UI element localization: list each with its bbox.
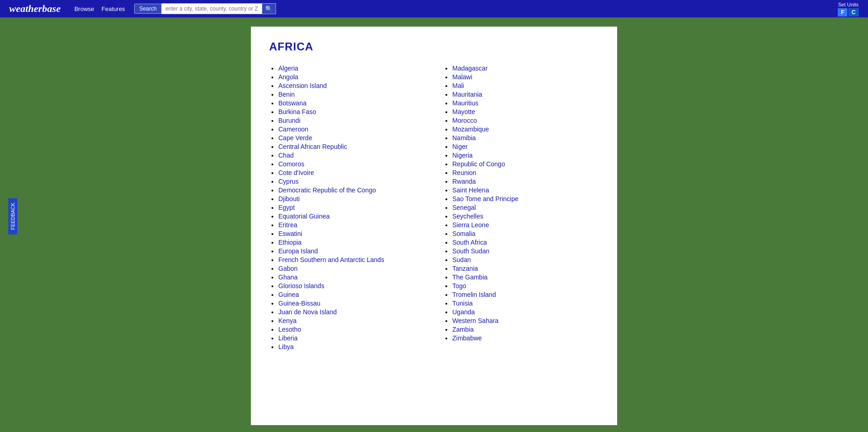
country-link[interactable]: Lesotho	[278, 326, 301, 333]
country-link[interactable]: Cape Verde	[278, 134, 312, 142]
list-item: Zambia	[452, 326, 599, 333]
country-link[interactable]: Saint Helena	[452, 186, 489, 194]
list-item: Liberia	[278, 334, 425, 342]
country-link[interactable]: French Southern and Antarctic Lands	[278, 256, 384, 263]
list-item: Sao Tome and Principe	[452, 195, 599, 202]
country-link[interactable]: Ascension Island	[278, 82, 327, 89]
country-link[interactable]: South Sudan	[452, 247, 489, 255]
list-item: Reunion	[452, 169, 599, 176]
celsius-button[interactable]: C	[848, 8, 859, 16]
list-item: French Southern and Antarctic Lands	[278, 256, 425, 263]
country-link[interactable]: Mozambique	[452, 126, 489, 133]
country-link[interactable]: Guinea	[278, 291, 299, 298]
list-item: Djibouti	[278, 195, 425, 202]
list-item: Western Sahara	[452, 317, 599, 324]
country-link[interactable]: Ethiopia	[278, 239, 302, 246]
country-link[interactable]: Algeria	[278, 65, 298, 72]
list-item: Namibia	[452, 134, 599, 142]
country-link[interactable]: Burundi	[278, 117, 300, 124]
feedback-tab[interactable]: FEEDBACK	[8, 198, 17, 234]
country-link[interactable]: Guinea-Bissau	[278, 300, 320, 307]
country-link[interactable]: Mali	[452, 82, 464, 89]
country-link[interactable]: Togo	[452, 282, 466, 290]
country-link[interactable]: Glorioso Islands	[278, 282, 324, 290]
country-link[interactable]: Benin	[278, 91, 295, 98]
country-link[interactable]: Namibia	[452, 134, 476, 142]
browse-nav-item[interactable]: Browse	[74, 5, 94, 12]
country-link[interactable]: Botswana	[278, 99, 306, 107]
features-nav-item[interactable]: Features	[102, 5, 125, 12]
main-content: AFRICA AlgeriaAngolaAscension IslandBeni…	[251, 27, 617, 425]
country-link[interactable]: Uganda	[452, 308, 475, 316]
fahrenheit-button[interactable]: F	[838, 8, 847, 16]
list-item: Ghana	[278, 273, 425, 281]
list-item: Democratic Republic of the Congo	[278, 186, 425, 194]
list-item: Nigeria	[452, 152, 599, 159]
country-link[interactable]: Liberia	[278, 334, 298, 342]
country-link[interactable]: Tromelin Island	[452, 291, 496, 298]
country-link[interactable]: Nigeria	[452, 152, 472, 159]
search-button[interactable]: Search	[134, 4, 162, 14]
country-link[interactable]: Sudan	[452, 256, 471, 263]
country-link[interactable]: Niger	[452, 143, 467, 150]
list-item: Burkina Faso	[278, 108, 425, 115]
country-link[interactable]: Comoros	[278, 160, 304, 168]
country-link[interactable]: Senegal	[452, 204, 476, 211]
country-link[interactable]: Malawi	[452, 73, 472, 81]
country-link[interactable]: Juan de Nova Island	[278, 308, 337, 316]
country-link[interactable]: Seychelles	[452, 213, 483, 220]
list-item: Tanzania	[452, 265, 599, 272]
country-link[interactable]: Mayotte	[452, 108, 475, 115]
country-link[interactable]: Madagascar	[452, 65, 488, 72]
list-item: Angola	[278, 73, 425, 81]
country-link[interactable]: Tanzania	[452, 265, 478, 272]
country-link[interactable]: Zimbabwe	[452, 334, 482, 342]
country-link[interactable]: Europa Island	[278, 247, 318, 255]
list-item: The Gambia	[452, 273, 599, 281]
list-item: Chad	[278, 152, 425, 159]
country-link[interactable]: Cyprus	[278, 178, 298, 185]
country-link[interactable]: Chad	[278, 152, 293, 159]
country-link[interactable]: Sao Tome and Principe	[452, 195, 519, 202]
country-link[interactable]: Equatorial Guinea	[278, 213, 330, 220]
list-item: Ascension Island	[278, 82, 425, 89]
country-link[interactable]: Morocco	[452, 117, 477, 124]
main-nav: Browse Features	[74, 5, 125, 12]
country-link[interactable]: Rwanda	[452, 178, 476, 185]
country-link[interactable]: Reunion	[452, 169, 476, 176]
country-link[interactable]: Ghana	[278, 273, 298, 281]
country-link[interactable]: Tunisia	[452, 300, 473, 307]
country-link[interactable]: Djibouti	[278, 195, 300, 202]
country-link[interactable]: Republic of Congo	[452, 160, 505, 168]
list-item: Togo	[452, 282, 599, 290]
list-item: Morocco	[452, 117, 599, 124]
country-link[interactable]: Central African Republic	[278, 143, 347, 150]
list-item: Kenya	[278, 317, 425, 324]
search-go-button[interactable]: 🔍	[262, 3, 276, 14]
country-link[interactable]: Egypt	[278, 204, 295, 211]
search-input[interactable]	[162, 3, 262, 14]
country-link[interactable]: The Gambia	[452, 273, 488, 281]
country-link[interactable]: Eswatini	[278, 230, 302, 237]
country-link[interactable]: Kenya	[278, 317, 297, 324]
units-label: Set Units	[838, 2, 859, 7]
country-link[interactable]: Western Sahara	[452, 317, 499, 324]
right-country-list: MadagascarMalawiMaliMauritaniaMauritiusM…	[443, 65, 599, 342]
country-link[interactable]: Sierra Leone	[452, 221, 489, 229]
country-link[interactable]: Mauritania	[452, 91, 482, 98]
country-link[interactable]: South Africa	[452, 239, 487, 246]
country-link[interactable]: Burkina Faso	[278, 108, 316, 115]
list-item: Benin	[278, 91, 425, 98]
country-link[interactable]: Mauritius	[452, 99, 478, 107]
logo[interactable]: weatherbase	[9, 3, 60, 15]
country-link[interactable]: Angola	[278, 73, 298, 81]
country-link[interactable]: Somalia	[452, 230, 476, 237]
country-link[interactable]: Libya	[278, 343, 293, 350]
country-link[interactable]: Cote d'Ivoire	[278, 169, 314, 176]
country-link[interactable]: Zambia	[452, 326, 474, 333]
country-link[interactable]: Eritrea	[278, 221, 297, 229]
country-link[interactable]: Democratic Republic of the Congo	[278, 186, 376, 194]
country-link[interactable]: Gabon	[278, 265, 298, 272]
country-link[interactable]: Cameroon	[278, 126, 308, 133]
search-area: Search 🔍	[134, 3, 276, 14]
